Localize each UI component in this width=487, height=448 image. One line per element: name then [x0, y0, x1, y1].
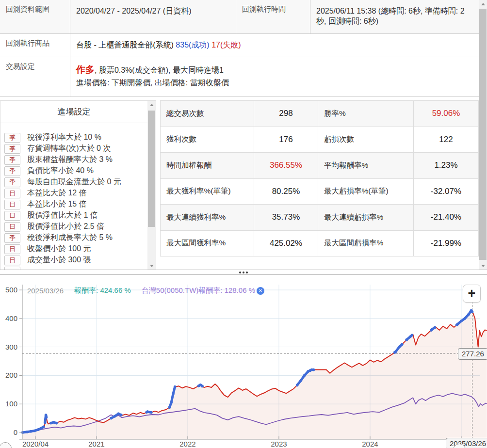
entry-marker-dot [394, 351, 397, 353]
entry-condition-item[interactable]: 季每股自由現金流量大於 0 元 [0, 176, 147, 188]
info-label-exec-time: 回測執行時間 [236, 0, 310, 34]
info-label-trade-settings: 交易設定 [0, 57, 70, 97]
condition-text: 存貨週轉率(次)大於 0 次 [27, 144, 111, 154]
scroll-up-icon[interactable] [147, 101, 156, 109]
chart-zoom-in-button[interactable]: + [463, 285, 481, 303]
trade-settings-prices: 進場價格: 下期開盤價, 出場價格: 當期收盤價 [76, 77, 473, 89]
equity-curve-chart[interactable]: 01002003004005002020/0420212022202320242… [0, 275, 487, 448]
entry-condition-item[interactable]: 日股價淨值比小於 2.5 倍 [0, 221, 147, 232]
entry-marker-dot [37, 428, 40, 431]
y-tick-label: 300 [5, 343, 17, 351]
entry-condition-item[interactable]: 季負債比率小於 40 % [0, 165, 147, 176]
entry-condition-item[interactable] [0, 266, 147, 270]
y-tick-label: 400 [5, 314, 17, 322]
entry-marker-dot [110, 417, 113, 420]
entry-marker-dot [45, 416, 48, 419]
entry-list-scrollbar[interactable] [147, 101, 156, 270]
condition-text: 股東權益報酬率大於 3 % [27, 155, 113, 165]
entry-condition-item[interactable]: 季稅後淨利成長率大於 5 % [0, 232, 147, 243]
stat-label: 平均報酬率% [318, 153, 414, 179]
condition-text: 每股自由現金流量大於 0 元 [27, 177, 121, 187]
period-badge: 日 [4, 244, 20, 254]
entry-marker-dot [431, 328, 434, 331]
pane-resize-handle[interactable] [0, 270, 487, 275]
product-name: 台股 - 上櫃普通股全部(系統) [76, 41, 176, 49]
stat-value: 1.23% [414, 153, 479, 179]
scroll-down-icon[interactable] [479, 262, 487, 270]
entry-marker-dot [464, 317, 467, 320]
info-label-data-range: 回測資料範圍 [0, 0, 70, 34]
benchmark-return-label: 台灣50(0050.TW)報酬率: 128.06 % ✕ [142, 286, 264, 295]
entry-marker-dot [168, 406, 171, 409]
entry-condition-item[interactable]: 日股價淨值比大於 1 倍 [0, 210, 147, 221]
y-tick-label: 0 [14, 428, 17, 436]
chart-legend: 2025/03/26 報酬率: 424.66 % 台灣50(0050.TW)報酬… [27, 286, 264, 295]
crosshair-value-tooltip: 277.26 [458, 348, 487, 360]
scroll-down-icon[interactable] [147, 262, 156, 270]
stat-label: 獲利次數 [161, 127, 254, 153]
entry-marker-dot [114, 415, 116, 418]
entry-condition-item[interactable]: 日成交量小於 300 張 [0, 255, 147, 266]
upper-pane-scrollbar[interactable] [479, 0, 487, 270]
stat-label: 最大連續虧損率% [318, 205, 414, 231]
entry-marker-dot [174, 385, 177, 388]
condition-text: 成交量小於 300 張 [27, 255, 91, 265]
entry-condition-item[interactable]: 季存貨週轉率(次)大於 0 次 [0, 143, 147, 154]
backtest-info-table: 回測資料範圍 2020/04/27 - 2025/04/27 (日資料) 回測執… [0, 0, 479, 97]
entry-marker-dot [44, 421, 47, 424]
stat-value: 80.25% [254, 179, 318, 205]
y-tick-label: 100 [5, 400, 17, 408]
entry-marker-dot [296, 384, 299, 387]
info-value-product: 台股 - 上櫃普通股全部(系統) 835(成功) 17(失敗) [70, 34, 479, 57]
stat-label: 總交易次數 [161, 101, 254, 127]
entry-marker-dot [49, 422, 52, 425]
entry-condition-item[interactable]: 季稅後淨利率大於 10 % [0, 132, 147, 143]
chart-canvas[interactable]: 01002003004005002020/0420212022202320242… [0, 275, 487, 448]
entry-marker-dot [398, 346, 401, 349]
scrollbar-thumb[interactable] [148, 111, 155, 227]
entry-condition-item[interactable]: 季股東權益報酬率大於 3 % [0, 154, 147, 165]
period-badge: 日 [4, 200, 20, 209]
crosshair-date-label: 2025/03/26 [27, 287, 64, 295]
period-badge: 季 [4, 166, 20, 176]
entry-marker-dot [117, 412, 120, 415]
entry-marker-dot [120, 414, 123, 416]
y-tick-label: 500 [5, 286, 17, 294]
entry-marker-dot [401, 343, 404, 346]
entry-marker-dot [434, 326, 437, 329]
period-badge: 季 [4, 155, 20, 165]
entry-condition-item[interactable]: 日本益比大於 12 倍 [0, 188, 147, 199]
entry-marker-dot [146, 410, 149, 413]
stat-value: 122 [414, 127, 479, 153]
stat-value: -21.99% [414, 231, 479, 257]
entry-marker-dot [201, 385, 204, 388]
remove-benchmark-icon[interactable]: ✕ [257, 287, 264, 295]
x-tick-label: 2022 [179, 440, 195, 448]
entry-condition-item[interactable]: 日本益比小於 15 倍 [0, 199, 147, 210]
entry-condition-list: 季稅後淨利率大於 10 %季存貨週轉率(次)大於 0 次季股東權益報酬率大於 3… [0, 124, 147, 270]
info-value-data-range: 2020/04/27 - 2025/04/27 (日資料) [70, 0, 236, 34]
entry-marker-dot [471, 310, 474, 313]
stat-value: 425.02% [254, 231, 318, 257]
entry-marker-dot [411, 334, 414, 336]
stat-value: 298 [254, 101, 318, 127]
product-success-count[interactable]: 835(成功) [176, 41, 209, 49]
condition-text: 股價淨值比小於 2.5 倍 [27, 222, 104, 232]
period-badge: 季 [4, 233, 20, 243]
period-badge: 日 [4, 256, 20, 265]
entry-condition-item[interactable]: 日收盤價小於 100 元 [0, 243, 147, 255]
stat-value: -21.40% [414, 205, 479, 231]
scrollbar-thumb[interactable] [479, 9, 487, 260]
x-tick-label: 2020/04 [22, 440, 49, 448]
entry-marker-dot [460, 320, 463, 322]
scroll-up-icon[interactable] [479, 0, 487, 8]
stat-label: 虧損次數 [318, 127, 414, 153]
entry-marker-dot [42, 425, 45, 428]
period-badge: 日 [4, 211, 20, 221]
entry-marker-dot [405, 338, 408, 341]
period-badge: 季 [4, 177, 20, 187]
condition-text: 稅後淨利成長率大於 5 % [27, 233, 113, 243]
stat-value: -32.07% [414, 179, 479, 205]
product-fail-count[interactable]: 17(失敗) [210, 41, 241, 49]
entry-marker-dot [150, 411, 153, 414]
